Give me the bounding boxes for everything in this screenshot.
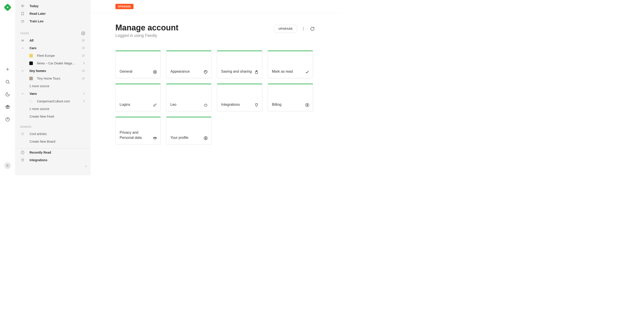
feed-all[interactable]: All 30 [15, 37, 90, 44]
person-icon [203, 136, 208, 140]
svg-point-16 [154, 105, 155, 106]
settings-card[interactable]: Privacy and Personal data [116, 117, 161, 144]
gear-icon [152, 70, 158, 74]
feed-source[interactable]: News – Car Dealer Maga…8 [15, 60, 90, 67]
page-subtitle: Logged in using Feedly [116, 33, 178, 38]
sidebar-item-read-later[interactable]: Read Later [15, 10, 90, 18]
create-new-feed[interactable]: Create New Feed [15, 113, 90, 120]
gift-icon[interactable] [5, 104, 10, 110]
sidebar-section-boards: BOARDS [15, 124, 90, 130]
chevron-down-icon [20, 46, 25, 50]
pin-icon[interactable] [84, 165, 88, 168]
svg-rect-5 [22, 20, 24, 22]
sidebar-label: Integrations [30, 158, 48, 162]
bot-icon [203, 102, 208, 108]
today-icon [20, 4, 25, 8]
moon-icon[interactable] [5, 92, 10, 97]
source-label: Fleet Europe [37, 54, 82, 58]
svg-point-14 [206, 71, 206, 71]
favicon [29, 54, 33, 58]
feed-folder[interactable]: Cars18 [15, 44, 90, 52]
settings-card[interactable]: Appearance [166, 50, 212, 78]
feed-source[interactable]: Fleet Europe10 [15, 52, 90, 60]
settings-card[interactable]: Leo [166, 84, 212, 111]
settings-card[interactable]: Mark as read [268, 50, 313, 78]
board-label: Cool articles [30, 132, 47, 136]
svg-point-19 [154, 138, 155, 138]
card-label: General [120, 69, 150, 74]
settings-card[interactable]: Logins [116, 84, 161, 111]
source-count: 10 [82, 77, 85, 80]
sidebar-label: Read Later [30, 12, 46, 16]
source-label: CampervanCulture.com [37, 100, 83, 103]
add-icon[interactable] [5, 66, 10, 72]
sidebar-item-integrations[interactable]: Integrations [15, 156, 90, 164]
upgrade-pill[interactable]: UPGRADE [116, 4, 134, 9]
card-label: Appearance [170, 69, 201, 74]
key-icon [152, 102, 158, 108]
section-label: FEEDS [20, 32, 29, 35]
svg-point-13 [205, 71, 206, 71]
feedly-logo[interactable] [4, 4, 11, 11]
card-label: Your profile [170, 135, 201, 140]
header-row: Manage account Logged in using Feedly UP… [116, 23, 315, 38]
board-item[interactable]: Cool articles [15, 130, 90, 138]
card-label: Logins [120, 102, 150, 107]
avatar[interactable]: S [4, 162, 11, 169]
section-label: BOARDS [20, 126, 31, 128]
page-title: Manage account [116, 23, 178, 32]
settings-card[interactable]: General [116, 50, 161, 78]
settings-card[interactable]: Billing [268, 84, 313, 111]
sidebar-section-feeds: FEEDS [15, 30, 90, 37]
sidebar-item-recently-read[interactable]: Recently Read [15, 149, 90, 156]
settings-card[interactable]: Your profile [166, 117, 212, 144]
palette-icon [203, 70, 208, 74]
svg-point-10 [303, 30, 304, 31]
sidebar-label: Recently Read [30, 151, 51, 154]
link-label: Create New Feed [30, 115, 54, 118]
svg-rect-17 [204, 104, 207, 106]
sidebar-item-train-leo[interactable]: Train Leo [15, 18, 90, 25]
settings-card[interactable]: Integrations [217, 84, 262, 111]
content: Manage account Logged in using Feedly UP… [90, 13, 340, 175]
folder-label: tiny homes [30, 69, 82, 73]
app-rail: S [0, 0, 15, 175]
more-icon[interactable] [301, 26, 306, 31]
card-label: Privacy and Personal data [120, 130, 150, 140]
search-icon[interactable] [5, 79, 10, 84]
svg-point-1 [6, 80, 9, 83]
favicon [29, 77, 33, 80]
help-icon[interactable] [5, 117, 10, 122]
create-new-board[interactable]: Create New Board [15, 138, 90, 145]
header-actions: UPGRADE [274, 25, 315, 33]
gear-icon[interactable] [81, 31, 85, 35]
leo-icon [20, 19, 25, 24]
folder-count: 2 [83, 92, 85, 95]
source-count: 8 [83, 62, 85, 65]
feed-label: All [30, 39, 82, 42]
feed-folder[interactable]: Vans2 [15, 90, 90, 98]
feed-count: 30 [82, 39, 85, 42]
chevron-down-icon [20, 69, 25, 72]
svg-point-9 [303, 28, 304, 29]
upgrade-button[interactable]: UPGRADE [274, 25, 297, 33]
share-icon [254, 70, 259, 74]
plug-icon [20, 158, 25, 162]
sidebar-label: Train Leo [30, 20, 44, 23]
favicon [29, 100, 33, 103]
cards-grid: GeneralAppearanceSaving and sharingMark … [116, 50, 315, 144]
sidebar-item-today[interactable]: Today [15, 2, 90, 10]
feed-folder[interactable]: tiny homes10 [15, 67, 90, 75]
svg-point-22 [205, 137, 206, 138]
mask-icon [152, 136, 158, 140]
source-count: 2 [83, 100, 85, 103]
feed-source[interactable]: Tiny Home Tours10 [15, 75, 90, 82]
more-sources[interactable]: 1 more source [15, 105, 90, 113]
card-label: Leo [170, 102, 201, 107]
svg-point-8 [303, 27, 304, 28]
settings-card[interactable]: Saving and sharing [217, 50, 262, 78]
refresh-icon[interactable] [310, 26, 315, 31]
feed-source[interactable]: CampervanCulture.com2 [15, 98, 90, 105]
more-sources[interactable]: 1 more source [15, 82, 90, 90]
topbar: UPGRADE [90, 0, 340, 13]
